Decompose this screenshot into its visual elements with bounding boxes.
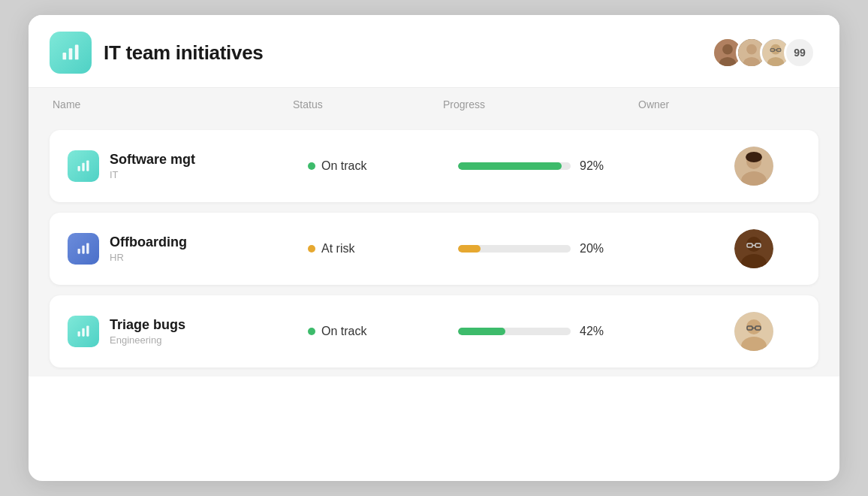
svg-rect-22 — [78, 249, 80, 254]
table-row[interactable]: Offboarding HR At risk 20% — [50, 213, 818, 285]
row-name: Triage bugs — [110, 317, 185, 333]
status-cell: On track — [308, 159, 458, 173]
progress-bar-fill — [458, 245, 481, 253]
name-cell: Software mgt IT — [68, 150, 308, 182]
progress-cell: 42% — [458, 325, 653, 338]
header-right: 99 — [712, 37, 815, 68]
status-label: On track — [321, 159, 366, 173]
avatar-count: 99 — [784, 37, 815, 68]
header: IT team initiatives — [29, 15, 839, 88]
progress-pct: 42% — [580, 325, 610, 338]
progress-cell: 20% — [458, 242, 653, 256]
owner-avatar — [734, 229, 773, 268]
svg-rect-32 — [82, 328, 84, 337]
svg-rect-0 — [63, 53, 67, 59]
owner-cell — [653, 312, 773, 351]
status-cell: On track — [308, 325, 458, 338]
status-dot — [308, 245, 315, 253]
svg-rect-2 — [75, 45, 79, 60]
svg-point-21 — [746, 152, 762, 162]
progress-pct: 92% — [580, 159, 610, 173]
name-cell: Offboarding HR — [68, 233, 308, 265]
progress-bar-bg — [458, 162, 571, 170]
page-title: IT team initiatives — [104, 41, 263, 65]
status-dot — [308, 328, 315, 335]
table-header: Name Status Progress Owner — [29, 88, 839, 121]
svg-point-10 — [770, 44, 781, 55]
svg-rect-31 — [78, 331, 80, 337]
progress-bar-bg — [458, 328, 571, 335]
row-sub: Engineering — [110, 334, 185, 346]
header-left: IT team initiatives — [50, 32, 263, 74]
status-dot — [308, 162, 315, 170]
app-icon — [50, 32, 92, 74]
svg-rect-1 — [69, 48, 73, 59]
rows-area: Software mgt IT On track 92% — [29, 121, 839, 377]
svg-rect-15 — [78, 166, 80, 171]
col-progress: Progress — [443, 98, 638, 110]
owner-avatar — [734, 147, 773, 186]
col-status: Status — [293, 98, 443, 110]
name-text-block: Software mgt IT — [110, 152, 195, 180]
name-text-block: Offboarding HR — [110, 234, 187, 263]
svg-point-4 — [722, 44, 733, 55]
progress-cell: 92% — [458, 159, 653, 173]
progress-bar-fill — [458, 162, 562, 170]
row-name: Offboarding — [110, 234, 187, 250]
table-row[interactable]: Triage bugs Engineering On track 42% — [50, 295, 818, 367]
svg-rect-24 — [86, 243, 89, 254]
row-sub: IT — [110, 169, 195, 180]
name-cell: Triage bugs Engineering — [68, 316, 308, 347]
svg-rect-16 — [82, 163, 84, 171]
svg-rect-33 — [86, 326, 89, 337]
svg-point-26 — [746, 237, 761, 252]
table-row[interactable]: Software mgt IT On track 92% — [50, 130, 818, 202]
row-name: Software mgt — [110, 152, 195, 168]
main-card: IT team initiatives — [29, 15, 839, 481]
avatar-group: 99 — [712, 37, 815, 68]
progress-bar-bg — [458, 245, 571, 253]
status-label: At risk — [321, 242, 354, 256]
row-icon — [68, 233, 99, 265]
row-icon — [68, 150, 99, 182]
svg-point-7 — [746, 44, 757, 55]
owner-avatar — [734, 312, 773, 351]
progress-pct: 20% — [580, 242, 610, 256]
svg-rect-17 — [86, 161, 89, 171]
status-cell: At risk — [308, 242, 458, 256]
status-label: On track — [321, 325, 366, 338]
col-name: Name — [53, 98, 293, 110]
svg-point-35 — [746, 319, 761, 334]
row-icon — [68, 316, 99, 347]
row-sub: HR — [110, 252, 187, 263]
svg-rect-23 — [82, 246, 84, 254]
owner-cell — [653, 229, 773, 268]
owner-cell — [653, 147, 773, 186]
table-area: Name Status Progress Owner Software mgt … — [29, 88, 839, 377]
col-owner: Owner — [638, 98, 758, 110]
progress-bar-fill — [458, 328, 505, 335]
name-text-block: Triage bugs Engineering — [110, 317, 185, 346]
